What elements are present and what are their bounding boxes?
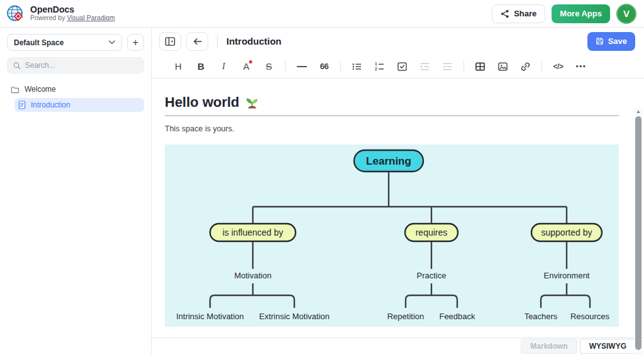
toolbar-code-button[interactable]: </> <box>550 58 567 75</box>
doc-heading: Hello world <box>165 94 619 111</box>
bullet-list-icon <box>352 62 362 72</box>
task-list-icon <box>397 62 408 72</box>
powered-by: Powered by Visual Paradigm <box>30 14 115 22</box>
page-title: Introduction <box>226 36 281 46</box>
search-box[interactable] <box>7 57 144 74</box>
save-button[interactable]: Save <box>587 32 635 51</box>
leaf-label-2: Extrinsic Motivation <box>259 312 330 321</box>
toolbar-outdent-button[interactable] <box>439 58 456 75</box>
toolbar-horizontal-rule-button[interactable] <box>293 58 310 75</box>
sidebar: Default Space + Welcome <box>0 28 152 354</box>
root-node-label: Learning <box>366 155 411 167</box>
space-selector[interactable]: Default Space <box>7 34 122 51</box>
toolbar-heading-button[interactable]: H <box>170 58 187 75</box>
search-icon <box>13 62 21 70</box>
brand: OpenDocs Powered by Visual Paradigm <box>6 4 115 23</box>
more-apps-button[interactable]: More Apps <box>552 4 610 23</box>
image-icon <box>497 62 508 72</box>
toolbar-more-button[interactable]: ⋯ <box>572 58 589 75</box>
toolbar-divider <box>541 61 542 72</box>
toolbar-divider <box>464 61 464 72</box>
svg-text:2: 2 <box>375 67 377 71</box>
horizontal-rule-icon <box>297 66 307 67</box>
concept-label-2: Practice <box>417 271 447 280</box>
toolbar-divider <box>340 61 341 72</box>
mode-tab-wysiwyg[interactable]: WYSIWYG <box>580 339 636 354</box>
mode-tab-markdown[interactable]: Markdown <box>521 339 577 354</box>
tree-item-introduction[interactable]: Introduction <box>14 98 144 112</box>
relation-label-2: requires <box>416 227 448 238</box>
document-content[interactable]: Hello world This space is yours. <box>152 79 644 337</box>
numbered-list-icon: 1 2 <box>374 62 385 72</box>
toolbar-bullet-list-button[interactable] <box>348 58 365 75</box>
scrollbar-thumb[interactable] <box>635 116 641 350</box>
indent-icon <box>419 62 430 72</box>
leaf-label-3: Repetition <box>387 312 425 321</box>
editor-panel: Introduction Save H B I A S <box>152 28 644 354</box>
concept-label-3: Environment <box>544 271 590 280</box>
back-button[interactable] <box>186 32 208 51</box>
heading-rule <box>165 115 619 116</box>
color-dot-icon <box>249 60 252 63</box>
toolbar-divider <box>285 61 286 72</box>
concept-map-block[interactable]: Learning is influenced by requires suppo… <box>165 145 644 329</box>
share-button[interactable]: Share <box>492 4 545 23</box>
toolbar-task-list-button[interactable] <box>394 58 411 75</box>
visual-paradigm-link[interactable]: Visual Paradigm <box>67 14 114 21</box>
back-arrow-icon <box>192 37 203 46</box>
toolbar-image-button[interactable] <box>494 58 511 75</box>
panel-left-icon <box>165 36 175 46</box>
relation-label-3: supported by <box>541 227 592 238</box>
plus-icon: + <box>133 37 138 48</box>
share-icon <box>501 9 509 18</box>
toolbar-bold-button[interactable]: B <box>192 58 209 75</box>
header-divider <box>217 35 218 48</box>
concept-map: Learning is influenced by requires suppo… <box>165 145 619 327</box>
outdent-icon <box>442 62 453 72</box>
app-logo-icon <box>6 4 25 23</box>
leaf-label-1: Intrinsic Motivation <box>176 312 244 321</box>
toolbar-italic-button[interactable]: I <box>215 58 232 75</box>
chevron-down-icon <box>109 40 115 45</box>
toolbar-blockquote-button[interactable]: 66 <box>316 58 333 75</box>
page-tree: Welcome Introduction <box>7 82 144 112</box>
document-icon <box>18 101 26 109</box>
add-space-button[interactable]: + <box>127 34 144 51</box>
table-icon <box>475 62 486 72</box>
leaf-label-5: Teachers <box>525 312 558 321</box>
editor-header: Introduction Save <box>152 28 644 55</box>
save-icon <box>596 37 604 45</box>
top-bar: OpenDocs Powered by Visual Paradigm Shar… <box>0 0 644 28</box>
leaf-label-6: Resources <box>570 312 610 321</box>
relation-label-1: is influenced by <box>223 227 284 238</box>
toolbar-table-button[interactable] <box>472 58 489 75</box>
toolbar-link-button[interactable] <box>517 58 534 75</box>
formatting-toolbar: H B I A S 66 <box>152 55 644 79</box>
leaf-label-4: Feedback <box>439 312 475 321</box>
search-input[interactable] <box>25 61 138 70</box>
toolbar-numbered-list-button[interactable]: 1 2 <box>371 58 388 75</box>
toolbar-text-color-button[interactable]: A <box>238 58 255 75</box>
svg-text:1: 1 <box>375 62 377 66</box>
editor-scrollbar[interactable]: ▲ ▼ <box>634 107 643 355</box>
concept-label-1: Motivation <box>234 271 271 280</box>
doc-paragraph: This space is yours. <box>165 124 644 133</box>
avatar[interactable]: V <box>616 4 636 24</box>
folder-icon <box>11 85 19 94</box>
tree-item-welcome[interactable]: Welcome <box>7 82 144 96</box>
sidebar-toggle-button[interactable] <box>159 32 181 51</box>
scroll-up-icon[interactable]: ▲ <box>634 107 643 115</box>
status-bar: Markdown WYSIWYG <box>152 337 644 354</box>
seedling-emoji-icon <box>245 95 260 110</box>
toolbar-indent-button[interactable] <box>416 58 433 75</box>
link-icon <box>520 62 531 72</box>
toolbar-strikethrough-button[interactable]: S <box>260 58 277 75</box>
app-title: OpenDocs <box>30 5 115 14</box>
